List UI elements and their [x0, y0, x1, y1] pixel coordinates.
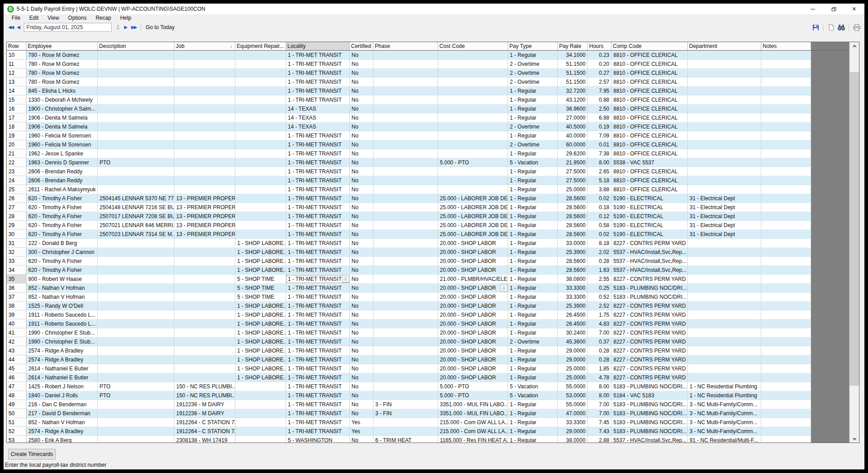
cell-comp_code[interactable]: 8810 - OFFICE CLERICAL	[612, 176, 688, 185]
cell-row[interactable]: 39	[7, 310, 26, 319]
cell-hours[interactable]: 0.28	[588, 257, 612, 266]
cell-certified[interactable]: No	[350, 185, 373, 194]
cell-equipment_repair[interactable]: 1 - SHOP LABORE...	[235, 310, 286, 319]
cell-cost_code[interactable]	[438, 122, 508, 131]
cell-row[interactable]: 31	[7, 239, 26, 248]
cell-locality[interactable]: 1 - TRI-MET TRANSIT	[286, 373, 350, 382]
cell-description[interactable]	[98, 113, 174, 122]
cell-job[interactable]	[174, 239, 235, 248]
cell-locality[interactable]: 1 - TRI-MET TRANSIT	[286, 427, 350, 436]
column-header-cost_code[interactable]: Cost Code	[438, 42, 508, 50]
cell-notes[interactable]	[761, 400, 811, 409]
menu-options[interactable]: Options	[64, 14, 91, 22]
cell-job[interactable]	[174, 337, 235, 346]
cell-employee[interactable]: 780 - Rose M Gomez	[26, 51, 98, 60]
cell-equipment_repair[interactable]: 5 - SHOP TIME	[235, 284, 286, 292]
cell-pay_type[interactable]: 2 - Overtime	[508, 60, 558, 69]
cell-equipment_repair[interactable]	[235, 86, 286, 95]
cell-phase[interactable]	[373, 346, 438, 355]
cell-hours[interactable]: 2.57	[588, 77, 612, 86]
cell-notes[interactable]	[761, 409, 811, 418]
cell-description[interactable]	[98, 69, 174, 77]
cell-equipment_repair[interactable]	[235, 418, 286, 427]
cell-comp_code[interactable]: 8810 - OFFICE CLERICAL	[612, 113, 688, 122]
cell-department[interactable]	[688, 248, 761, 257]
cell-pay_type[interactable]: 1 - Regular	[508, 95, 558, 104]
cell-pay_type[interactable]: 1 - Regular	[508, 131, 558, 140]
cell-employee[interactable]: 222 - Donald B Berg	[26, 239, 98, 248]
cell-row[interactable]: 41	[7, 328, 26, 337]
cell-phase[interactable]	[373, 122, 438, 131]
cell-phase[interactable]	[373, 113, 438, 122]
cell-equipment_repair[interactable]	[235, 158, 286, 167]
cell-locality[interactable]: 14 - TEXAS	[286, 113, 350, 122]
cell-phase[interactable]	[373, 328, 438, 337]
cell-pay_type[interactable]: 1 - Regular	[508, 221, 558, 230]
cell-certified[interactable]: No	[350, 284, 373, 292]
cell-cost_code[interactable]	[438, 149, 508, 158]
scroll-down-button[interactable]	[850, 435, 859, 443]
column-header-pay_type[interactable]: Pay Type	[508, 42, 558, 50]
cell-job[interactable]	[174, 176, 235, 185]
cell-employee[interactable]: 1330 - Deborah A McNeely	[26, 95, 98, 104]
cell-pay_type[interactable]: 1 - Regular	[508, 409, 558, 418]
cell-equipment_repair[interactable]: 1 - SHOP LABORE...	[235, 328, 286, 337]
cell-phase[interactable]	[373, 158, 438, 167]
cell-comp_code[interactable]: 5183 - PLUMBING NOC/DRI...	[612, 400, 688, 409]
cell-phase[interactable]	[373, 131, 438, 140]
cell-hours[interactable]: 8.00	[588, 391, 612, 400]
cell-cost_code[interactable]: 5.000 - PTO	[438, 382, 508, 391]
cell-phase[interactable]	[373, 427, 438, 436]
cell-comp_code[interactable]: 8810 - OFFICE CLERICAL	[612, 95, 688, 104]
cell-certified[interactable]: No	[350, 346, 373, 355]
cell-certified[interactable]: No	[350, 194, 373, 203]
cell-employee[interactable]: 1990 - Christopher E Stub...	[26, 337, 98, 346]
cell-pay_type[interactable]: 1 - Regular	[508, 86, 558, 95]
cell-certified[interactable]: No	[350, 382, 373, 391]
cell-row[interactable]: 46	[7, 373, 26, 382]
cell-department[interactable]: 91 - NC Residential/Multi-F...	[688, 436, 761, 443]
cell-pay_rate[interactable]: 27.5000	[558, 176, 588, 185]
cell-comp_code[interactable]: 5537 - HVAC/Install,Svc,Rep...	[612, 436, 688, 443]
cell-cost_code[interactable]: 25.000 - LABORER JOB DE...	[438, 221, 508, 230]
cell-department[interactable]	[688, 239, 761, 248]
cell-cost_code[interactable]	[438, 176, 508, 185]
cell-description[interactable]: 2504145 LENNAR 5370 NE 77...	[98, 194, 174, 203]
cell-notes[interactable]	[761, 51, 811, 60]
cell-department[interactable]	[688, 257, 761, 266]
menu-recap[interactable]: Recap	[91, 14, 116, 22]
cell-description[interactable]	[98, 328, 174, 337]
cell-comp_code[interactable]: 5183 - PLUMBING NOC/DRI...	[612, 382, 688, 391]
scroll-up-button[interactable]	[850, 42, 859, 50]
cell-pay_type[interactable]: 1 - Regular	[508, 310, 558, 319]
cell-cost_code[interactable]	[438, 69, 508, 77]
cell-pay_rate[interactable]: 43.1200	[558, 95, 588, 104]
cell-pay_type[interactable]: 1 - Regular	[508, 427, 558, 436]
cell-department[interactable]	[688, 185, 761, 194]
cell-department[interactable]: 3 - NC Multi-Family/Comm...	[688, 418, 761, 427]
cell-pay_rate[interactable]: 53.0000	[558, 391, 588, 400]
cell-description[interactable]	[98, 185, 174, 194]
cell-certified[interactable]: No	[350, 310, 373, 319]
cell-phase[interactable]	[373, 95, 438, 104]
cell-certified[interactable]: No	[350, 319, 373, 328]
column-header-phase[interactable]: Phase	[373, 42, 438, 50]
cell-equipment_repair[interactable]	[235, 131, 286, 140]
cell-phase[interactable]	[373, 140, 438, 149]
cell-pay_type[interactable]: 1 - Regular	[508, 212, 558, 221]
column-header-pay_rate[interactable]: Pay Rate	[558, 42, 588, 50]
date-input[interactable]: Friday, August 01, 2025	[24, 23, 112, 32]
cell-pay_rate[interactable]: 27.5000	[558, 167, 588, 176]
cell-cost_code[interactable]: 215.000 - Com GW ALL LA...	[438, 418, 508, 427]
cell-notes[interactable]	[761, 355, 811, 364]
minimize-button[interactable]	[803, 4, 823, 14]
cell-equipment_repair[interactable]	[235, 221, 286, 230]
cell-job[interactable]	[174, 319, 235, 328]
menu-view[interactable]: View	[43, 14, 64, 22]
cell-cost_code[interactable]: 20.000 - SHOP LABOR⇩	[438, 284, 508, 292]
cell-description[interactable]	[98, 77, 174, 86]
cell-row[interactable]: 48	[7, 391, 26, 400]
cell-department[interactable]	[688, 346, 761, 355]
cell-employee[interactable]: 852 - Nathan V Hofman	[26, 292, 98, 301]
cell-pay_type[interactable]: 1 - Regular	[508, 230, 558, 239]
